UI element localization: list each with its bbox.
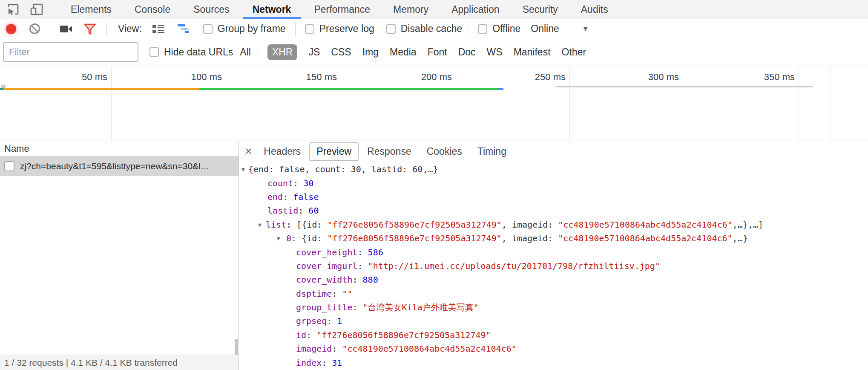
tab-cookies[interactable]: Cookies: [420, 143, 469, 160]
filter-type-font[interactable]: Font: [428, 46, 447, 58]
tree-row-text: list: [{id: "ff276e8056f58896e7cf92505a3…: [239, 220, 763, 230]
hide-data-urls-checkbox[interactable]: [149, 47, 159, 57]
tree-row: ▼{end: false, count: 30, lastid: 60,…}: [239, 162, 868, 176]
filter-type-doc[interactable]: Doc: [458, 46, 476, 58]
preview-tree[interactable]: ▼{end: false, count: 30, lastid: 60,…}co…: [239, 162, 868, 370]
tree-row-text: end: false: [239, 192, 319, 202]
requests-summary-bar: 1 / 32 requests | 4.1 KB / 4.1 KB transf…: [0, 355, 239, 370]
tree-row-text: dsptime: "": [239, 289, 352, 299]
timeline-gridline: [456, 66, 456, 141]
detail-tab-bar: × Headers Preview Response Cookies Timin…: [239, 141, 868, 162]
devtools-network-panel: { "devtools_tabs": { "items": [ {"label"…: [0, 0, 868, 370]
inspect-element-icon[interactable]: [7, 3, 20, 16]
tree-row: ▼list: [{id: "ff276e8056f58896e7cf92505a…: [239, 218, 868, 231]
chevron-down-icon[interactable]: ▼: [582, 25, 589, 33]
requests-summary-text: 1 / 32 requests | 4.1 KB / 4.1 KB transf…: [4, 358, 178, 368]
timeline-end-gridline: [831, 66, 831, 141]
timeline-overview-segment-connect: [0, 88, 3, 90]
tree-row-text: index: 31: [239, 358, 342, 368]
tab-performance[interactable]: Performance: [302, 0, 382, 19]
view-list-icon[interactable]: [152, 23, 165, 35]
filter-type-img[interactable]: Img: [362, 46, 379, 58]
tree-row: count: 30: [239, 176, 868, 190]
throttling-select-value[interactable]: Online: [531, 23, 559, 35]
timeline-tick-label: 200 ms: [421, 72, 452, 83]
devtools-tabs: Elements Console Sources Network Perform…: [59, 0, 620, 19]
filter-type-xhr[interactable]: XHR: [267, 44, 298, 60]
clear-icon[interactable]: [29, 23, 40, 35]
view-label: View:: [118, 23, 142, 35]
filter-type-js[interactable]: JS: [308, 46, 320, 58]
group-by-frame-checkbox[interactable]: [203, 24, 213, 34]
request-detail-panel: × Headers Preview Response Cookies Timin…: [239, 141, 868, 370]
tab-preview[interactable]: Preview: [309, 142, 359, 161]
filter-type-manifest[interactable]: Manifest: [514, 46, 551, 58]
tree-row: end: false: [239, 190, 868, 204]
timeline-gridline: [683, 66, 683, 141]
name-column-header[interactable]: Name: [0, 141, 239, 156]
tree-expand-arrow-icon[interactable]: ▼: [258, 221, 262, 228]
offline-label: Offline: [492, 23, 520, 35]
tree-row-text: 0: {id: "ff276e8056f58896e7cf92505a31274…: [239, 233, 748, 243]
tab-headers[interactable]: Headers: [257, 143, 308, 160]
name-column-label: Name: [4, 143, 29, 154]
filter-input[interactable]: [3, 42, 138, 62]
group-by-frame-label: Group by frame: [218, 23, 286, 35]
disable-cache-checkbox[interactable]: [386, 24, 396, 34]
disable-cache-label: Disable cache: [401, 23, 462, 35]
timeline-tick-label: 50 ms: [82, 72, 107, 83]
timeline-tick-label: 250 ms: [535, 72, 566, 83]
tree-row: dsptime: "": [239, 287, 868, 301]
filter-type-all[interactable]: All: [240, 46, 251, 58]
record-button[interactable]: [6, 24, 16, 34]
left-panel-scrollbar[interactable]: [235, 339, 238, 357]
tab-application[interactable]: Application: [440, 0, 511, 19]
timeline-overview[interactable]: 50 ms100 ms150 ms200 ms250 ms300 ms350 m…: [0, 66, 868, 141]
toolbar-separator: [50, 23, 50, 35]
filter-type-other[interactable]: Other: [562, 46, 586, 58]
filter-type-ws[interactable]: WS: [487, 46, 503, 58]
tab-timing[interactable]: Timing: [471, 143, 513, 160]
capture-screenshots-icon[interactable]: [60, 24, 72, 34]
tree-row: cover_height: 586: [239, 245, 868, 259]
filter-funnel-icon[interactable]: [83, 23, 96, 35]
toolbar-separator: [53, 3, 53, 16]
tree-row-text: cover_width: 880: [239, 275, 378, 285]
tree-expand-arrow-icon[interactable]: ▼: [277, 235, 280, 242]
tree-row-text: cover_height: 586: [239, 247, 383, 257]
tab-response[interactable]: Response: [360, 143, 418, 160]
timeline-gridline: [226, 66, 226, 141]
tree-expand-arrow-icon[interactable]: ▼: [241, 166, 245, 173]
tab-security[interactable]: Security: [511, 0, 569, 19]
tab-audits[interactable]: Audits: [569, 0, 620, 19]
close-icon[interactable]: ×: [245, 145, 252, 157]
tab-memory[interactable]: Memory: [382, 0, 440, 19]
tree-row: ▼0: {id: "ff276e8056f58896e7cf92505a3127…: [239, 231, 868, 245]
panel-divider[interactable]: [239, 141, 239, 370]
tab-console[interactable]: Console: [123, 0, 182, 19]
preserve-log-checkbox[interactable]: [305, 24, 314, 34]
request-name: zj?ch=beauty&t1=595&listtype=new&sn=30&l…: [20, 161, 210, 171]
tree-row: index: 31: [239, 356, 868, 369]
request-row[interactable]: zj?ch=beauty&t1=595&listtype=new&sn=30&l…: [0, 156, 239, 176]
timeline-gridline: [341, 66, 341, 141]
tab-sources[interactable]: Sources: [182, 0, 241, 19]
view-waterfall-icon[interactable]: [178, 23, 190, 35]
filter-type-media[interactable]: Media: [390, 46, 417, 58]
filter-type-css[interactable]: CSS: [331, 46, 351, 58]
tree-row: cover_imgurl: "http://i1.umei.cc/uploads…: [239, 259, 868, 273]
tab-network[interactable]: Network: [241, 0, 303, 19]
tab-elements[interactable]: Elements: [59, 0, 123, 19]
request-checkbox[interactable]: [4, 161, 14, 171]
timeline-overview-segment-waiting: [3, 88, 199, 90]
offline-checkbox[interactable]: [478, 24, 487, 34]
tree-row: imageid: "cc48190e57100864abc4d55a2c4104…: [239, 342, 868, 356]
preserve-log-label: Preserve log: [319, 23, 374, 35]
devtools-tab-bar: Elements Console Sources Network Perform…: [0, 0, 868, 19]
tree-row-text: group_title: "台湾美女Kila户外唯美写真": [239, 302, 479, 313]
tree-row: lastid: 60: [239, 204, 868, 217]
tree-row-text: cover_imgurl: "http://i1.umei.cc/uploads…: [239, 261, 660, 271]
requests-panel: Name zj?ch=beauty&t1=595&listtype=new&sn…: [0, 141, 239, 370]
device-toolbar-icon[interactable]: [30, 3, 43, 16]
hide-data-urls-label: Hide data URLs: [164, 46, 233, 58]
